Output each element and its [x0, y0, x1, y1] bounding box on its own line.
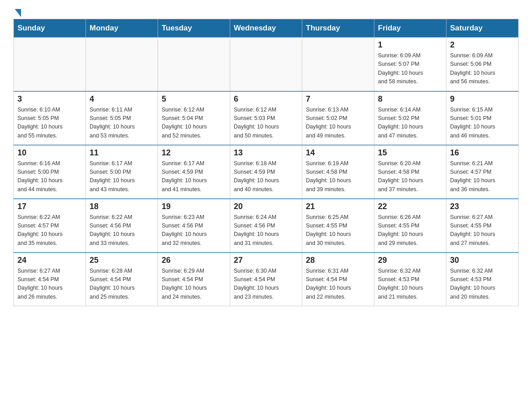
calendar-cell: 9Sunrise: 6:15 AM Sunset: 5:01 PM Daylig…: [446, 91, 519, 145]
day-number: 9: [450, 94, 515, 104]
day-info: Sunrise: 6:17 AM Sunset: 4:59 PM Dayligh…: [162, 159, 226, 194]
day-number: 17: [17, 202, 82, 211]
day-number: 4: [90, 94, 154, 104]
day-info: Sunrise: 6:15 AM Sunset: 5:01 PM Dayligh…: [450, 106, 515, 141]
calendar-cell: 28Sunrise: 6:31 AM Sunset: 4:54 PM Dayli…: [302, 253, 374, 306]
day-info: Sunrise: 6:17 AM Sunset: 5:00 PM Dayligh…: [90, 159, 154, 194]
day-info: Sunrise: 6:11 AM Sunset: 5:05 PM Dayligh…: [90, 106, 154, 141]
calendar-cell: 2Sunrise: 6:09 AM Sunset: 5:06 PM Daylig…: [446, 38, 519, 91]
day-number: 22: [378, 202, 442, 211]
calendar-body: 1Sunrise: 6:09 AM Sunset: 5:07 PM Daylig…: [14, 38, 519, 306]
day-number: 18: [90, 202, 154, 211]
day-number: 10: [17, 148, 82, 158]
page-header: [13, 9, 519, 14]
calendar-cell: 11Sunrise: 6:17 AM Sunset: 5:00 PM Dayli…: [86, 145, 158, 199]
day-number: 30: [450, 256, 515, 265]
calendar-cell: 23Sunrise: 6:27 AM Sunset: 4:55 PM Dayli…: [446, 199, 519, 253]
day-number: 12: [162, 148, 226, 158]
day-info: Sunrise: 6:10 AM Sunset: 5:05 PM Dayligh…: [17, 106, 82, 141]
calendar-cell: 29Sunrise: 6:32 AM Sunset: 4:53 PM Dayli…: [374, 253, 446, 306]
day-number: 29: [378, 256, 442, 265]
day-number: 26: [162, 256, 226, 265]
week-row: 24Sunrise: 6:27 AM Sunset: 4:54 PM Dayli…: [14, 253, 519, 306]
calendar-cell: 25Sunrise: 6:28 AM Sunset: 4:54 PM Dayli…: [86, 253, 158, 306]
calendar-header: SundayMondayTuesdayWednesdayThursdayFrid…: [14, 19, 519, 38]
day-number: 3: [17, 94, 82, 104]
day-info: Sunrise: 6:21 AM Sunset: 4:57 PM Dayligh…: [450, 159, 515, 194]
day-of-week-header: Tuesday: [158, 19, 230, 38]
day-of-week-header: Thursday: [302, 19, 374, 38]
day-info: Sunrise: 6:09 AM Sunset: 5:07 PM Dayligh…: [378, 51, 442, 86]
calendar-cell: 12Sunrise: 6:17 AM Sunset: 4:59 PM Dayli…: [158, 145, 230, 199]
calendar-cell: 21Sunrise: 6:25 AM Sunset: 4:55 PM Dayli…: [302, 199, 374, 253]
day-number: 28: [306, 256, 370, 265]
calendar-cell: 24Sunrise: 6:27 AM Sunset: 4:54 PM Dayli…: [14, 253, 86, 306]
day-info: Sunrise: 6:30 AM Sunset: 4:54 PM Dayligh…: [234, 267, 298, 302]
day-of-week-header: Friday: [374, 19, 446, 38]
logo-arrow-icon: [15, 9, 21, 17]
day-of-week-header: Wednesday: [230, 19, 302, 38]
week-row: 17Sunrise: 6:22 AM Sunset: 4:57 PM Dayli…: [14, 199, 519, 253]
calendar-cell: 15Sunrise: 6:20 AM Sunset: 4:58 PM Dayli…: [374, 145, 446, 199]
day-number: 20: [234, 202, 298, 211]
day-info: Sunrise: 6:09 AM Sunset: 5:06 PM Dayligh…: [450, 51, 515, 86]
week-row: 10Sunrise: 6:16 AM Sunset: 5:00 PM Dayli…: [14, 145, 519, 199]
day-number: 2: [450, 40, 515, 50]
day-info: Sunrise: 6:32 AM Sunset: 4:53 PM Dayligh…: [378, 267, 442, 302]
calendar-cell: 22Sunrise: 6:26 AM Sunset: 4:55 PM Dayli…: [374, 199, 446, 253]
calendar-cell: 17Sunrise: 6:22 AM Sunset: 4:57 PM Dayli…: [14, 199, 86, 253]
calendar-cell: 14Sunrise: 6:19 AM Sunset: 4:58 PM Dayli…: [302, 145, 374, 199]
days-of-week-row: SundayMondayTuesdayWednesdayThursdayFrid…: [14, 19, 519, 38]
day-number: 23: [450, 202, 515, 211]
day-number: 11: [90, 148, 154, 158]
day-info: Sunrise: 6:28 AM Sunset: 4:54 PM Dayligh…: [90, 267, 154, 302]
day-info: Sunrise: 6:23 AM Sunset: 4:56 PM Dayligh…: [162, 213, 226, 248]
day-number: 16: [450, 148, 515, 158]
day-info: Sunrise: 6:18 AM Sunset: 4:59 PM Dayligh…: [234, 159, 298, 194]
calendar-cell: 10Sunrise: 6:16 AM Sunset: 5:00 PM Dayli…: [14, 145, 86, 199]
day-of-week-header: Monday: [86, 19, 158, 38]
day-number: 15: [378, 148, 442, 158]
day-number: 19: [162, 202, 226, 211]
calendar-cell: 7Sunrise: 6:13 AM Sunset: 5:02 PM Daylig…: [302, 91, 374, 145]
calendar-cell: [302, 38, 374, 91]
day-number: 1: [378, 40, 442, 50]
day-info: Sunrise: 6:27 AM Sunset: 4:55 PM Dayligh…: [450, 213, 515, 248]
day-number: 21: [306, 202, 370, 211]
week-row: 1Sunrise: 6:09 AM Sunset: 5:07 PM Daylig…: [14, 38, 519, 91]
calendar-cell: 26Sunrise: 6:29 AM Sunset: 4:54 PM Dayli…: [158, 253, 230, 306]
day-info: Sunrise: 6:19 AM Sunset: 4:58 PM Dayligh…: [306, 159, 370, 194]
calendar-cell: 8Sunrise: 6:14 AM Sunset: 5:02 PM Daylig…: [374, 91, 446, 145]
calendar-cell: [14, 38, 86, 91]
day-info: Sunrise: 6:32 AM Sunset: 4:53 PM Dayligh…: [450, 267, 515, 302]
day-info: Sunrise: 6:22 AM Sunset: 4:56 PM Dayligh…: [90, 213, 154, 248]
calendar-cell: 4Sunrise: 6:11 AM Sunset: 5:05 PM Daylig…: [86, 91, 158, 145]
logo: [13, 9, 21, 14]
day-info: Sunrise: 6:20 AM Sunset: 4:58 PM Dayligh…: [378, 159, 442, 194]
day-info: Sunrise: 6:22 AM Sunset: 4:57 PM Dayligh…: [17, 213, 82, 248]
calendar-cell: 13Sunrise: 6:18 AM Sunset: 4:59 PM Dayli…: [230, 145, 302, 199]
calendar-cell: 30Sunrise: 6:32 AM Sunset: 4:53 PM Dayli…: [446, 253, 519, 306]
calendar-cell: 6Sunrise: 6:12 AM Sunset: 5:03 PM Daylig…: [230, 91, 302, 145]
day-info: Sunrise: 6:16 AM Sunset: 5:00 PM Dayligh…: [17, 159, 82, 194]
day-info: Sunrise: 6:25 AM Sunset: 4:55 PM Dayligh…: [306, 213, 370, 248]
day-number: 5: [162, 94, 226, 104]
day-of-week-header: Saturday: [446, 19, 519, 38]
calendar-cell: 27Sunrise: 6:30 AM Sunset: 4:54 PM Dayli…: [230, 253, 302, 306]
calendar-cell: 5Sunrise: 6:12 AM Sunset: 5:04 PM Daylig…: [158, 91, 230, 145]
day-number: 25: [90, 256, 154, 265]
day-number: 24: [17, 256, 82, 265]
calendar-cell: [86, 38, 158, 91]
day-info: Sunrise: 6:26 AM Sunset: 4:55 PM Dayligh…: [378, 213, 442, 248]
calendar-cell: 18Sunrise: 6:22 AM Sunset: 4:56 PM Dayli…: [86, 199, 158, 253]
calendar-cell: [158, 38, 230, 91]
calendar-table: SundayMondayTuesdayWednesdayThursdayFrid…: [13, 19, 519, 306]
calendar-cell: 19Sunrise: 6:23 AM Sunset: 4:56 PM Dayli…: [158, 199, 230, 253]
day-number: 8: [378, 94, 442, 104]
calendar-cell: 20Sunrise: 6:24 AM Sunset: 4:56 PM Dayli…: [230, 199, 302, 253]
day-info: Sunrise: 6:12 AM Sunset: 5:04 PM Dayligh…: [162, 106, 226, 141]
day-info: Sunrise: 6:29 AM Sunset: 4:54 PM Dayligh…: [162, 267, 226, 302]
day-number: 6: [234, 94, 298, 104]
day-of-week-header: Sunday: [14, 19, 86, 38]
day-number: 13: [234, 148, 298, 158]
